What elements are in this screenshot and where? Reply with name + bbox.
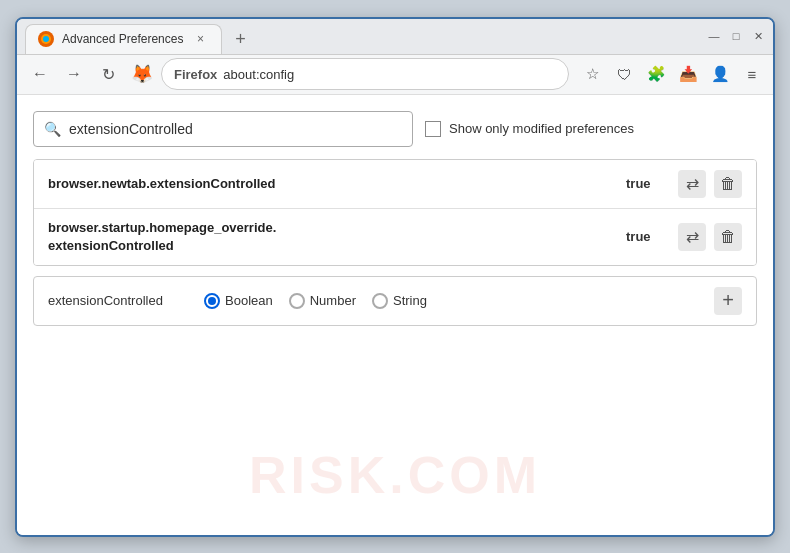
radio-string[interactable]: String [372,293,427,309]
reset-button-2[interactable]: ⇄ [678,223,706,251]
shield-icon[interactable]: 🛡 [611,61,637,87]
radio-number[interactable]: Number [289,293,356,309]
delete-button-2[interactable]: 🗑 [714,223,742,251]
window-controls: — □ ✕ [707,29,765,43]
radio-number-label: Number [310,293,356,308]
new-tab-button[interactable]: + [226,26,254,54]
pref-name-2-line2: extensionControlled [48,238,174,253]
title-bar: Advanced Preferences × + — □ ✕ [17,19,773,55]
firefox-logo: 🦊 [131,63,153,85]
bookmark-icon[interactable]: ☆ [579,61,605,87]
table-row: browser.newtab.extensionControlled true … [34,160,756,209]
tab-close-button[interactable]: × [191,30,209,48]
pref-value-2: true [626,229,666,244]
radio-string-label: String [393,293,427,308]
back-button[interactable]: ← [25,59,55,89]
row-actions-2: ⇄ 🗑 [678,223,742,251]
radio-boolean-label: Boolean [225,293,273,308]
restore-button[interactable]: □ [729,29,743,43]
new-pref-name: extensionControlled [48,293,188,308]
search-box[interactable]: 🔍 [33,111,413,147]
delete-button-1[interactable]: 🗑 [714,170,742,198]
search-row: 🔍 Show only modified preferences [33,111,757,147]
tab-title: Advanced Preferences [62,32,183,46]
type-radio-group: Boolean Number String [204,293,698,309]
minimize-button[interactable]: — [707,29,721,43]
pref-value-1: true [626,176,666,191]
browser-window: Advanced Preferences × + — □ ✕ ← → ↻ 🦊 F… [15,17,775,537]
search-input[interactable] [69,121,402,137]
table-row: browser.startup.homepage_override. exten… [34,209,756,265]
modified-only-checkbox[interactable] [425,121,441,137]
add-preference-row: extensionControlled Boolean Number Strin… [33,276,757,326]
reset-button-1[interactable]: ⇄ [678,170,706,198]
address-bar[interactable]: Firefox about:config [161,58,569,90]
download-icon[interactable]: 📥 [675,61,701,87]
close-button[interactable]: ✕ [751,29,765,43]
radio-boolean-circle [204,293,220,309]
nav-icons: ☆ 🛡 🧩 📥 👤 ≡ [579,61,765,87]
nav-bar: ← → ↻ 🦊 Firefox about:config ☆ 🛡 🧩 📥 👤 ≡ [17,55,773,95]
watermark: RISK.COM [249,445,541,505]
browser-name: Firefox [174,67,217,82]
results-table: browser.newtab.extensionControlled true … [33,159,757,266]
checkbox-label: Show only modified preferences [449,121,634,136]
radio-boolean[interactable]: Boolean [204,293,273,309]
content-area: RISK.COM 🔍 Show only modified preference… [17,95,773,535]
address-text: about:config [223,67,294,82]
pref-name-2: browser.startup.homepage_override. exten… [48,219,614,255]
search-icon: 🔍 [44,121,61,137]
profile-icon[interactable]: 👤 [707,61,733,87]
delete-icon-2: 🗑 [720,228,736,246]
active-tab[interactable]: Advanced Preferences × [25,24,222,54]
radio-string-circle [372,293,388,309]
reset-icon-2: ⇄ [686,227,699,246]
row-actions-1: ⇄ 🗑 [678,170,742,198]
tab-favicon [38,31,54,47]
pref-name-2-line1: browser.startup.homepage_override. [48,220,276,235]
reload-button[interactable]: ↻ [93,59,123,89]
forward-button[interactable]: → [59,59,89,89]
extension-icon[interactable]: 🧩 [643,61,669,87]
checkbox-row: Show only modified preferences [425,121,634,137]
tab-area: Advanced Preferences × + [25,19,699,54]
reset-icon-1: ⇄ [686,174,699,193]
radio-number-circle [289,293,305,309]
svg-point-2 [43,36,49,42]
menu-icon[interactable]: ≡ [739,61,765,87]
pref-name-1: browser.newtab.extensionControlled [48,176,614,191]
delete-icon-1: 🗑 [720,175,736,193]
add-preference-button[interactable]: + [714,287,742,315]
